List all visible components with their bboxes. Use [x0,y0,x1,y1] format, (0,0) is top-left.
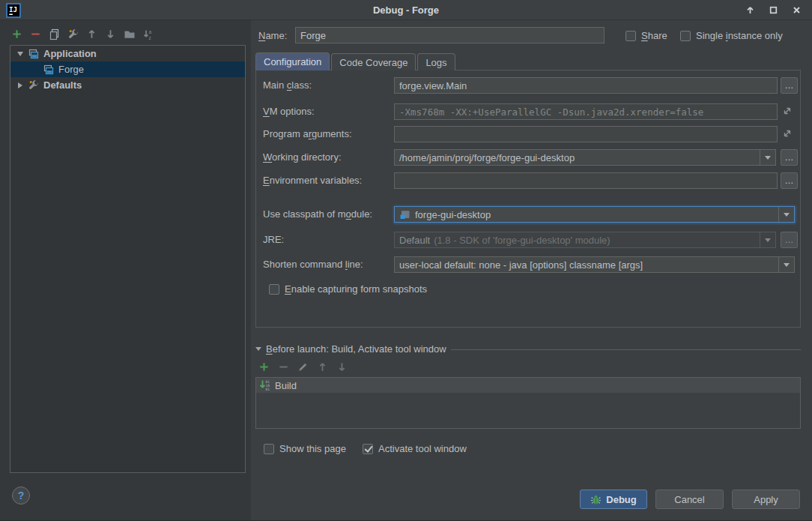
move-up-icon[interactable] [85,28,98,40]
working-directory-label: Working directory: [263,149,342,166]
main-class-browse-button[interactable] [781,77,798,94]
activate-tool-window-checkbox[interactable] [363,444,373,454]
move-task-down-icon[interactable] [336,361,348,373]
enable-snapshots-label: Enable capturing form snapshots [285,283,427,295]
add-task-icon[interactable] [258,361,270,373]
classpath-module-combo[interactable]: forge-gui-desktop [394,206,795,223]
copy-configuration-icon[interactable] [48,28,61,40]
move-task-up-icon[interactable] [316,361,329,373]
before-launch-task-list: 011001 Build [255,377,801,429]
sort-alphabetically-icon[interactable]: az [142,28,154,40]
vm-options-field[interactable]: -Xms768m -XX:+UseParallelGC -Dsun.java2d… [394,103,778,120]
single-instance-option[interactable]: Single instance only [680,30,783,41]
apply-button-label: Apply [754,494,778,505]
name-input[interactable] [295,27,605,43]
classpath-module-value: forge-gui-desktop [415,209,491,220]
svg-text:z: z [148,34,151,40]
run-configurations-tree: Application Forge Defaults [10,45,246,473]
program-arguments-field[interactable] [394,126,778,142]
move-down-icon[interactable] [104,28,117,40]
tree-item-application-group[interactable]: Application [10,46,245,61]
application-icon [28,48,40,60]
chevron-down-icon[interactable] [760,150,775,165]
remove-configuration-icon[interactable] [29,28,42,40]
enable-snapshots-option[interactable]: Enable capturing form snapshots [269,283,427,295]
chevron-collapsed-icon[interactable] [16,82,24,88]
intellij-logo-icon: IJ [6,3,21,18]
cancel-button-label: Cancel [674,494,704,505]
share-label: Share [641,30,667,41]
shorten-command-line-combo[interactable]: user-local default: none - java [options… [394,256,795,273]
tab-label: Configuration [264,56,321,67]
working-directory-value: /home/jamin/proj/forge/forge-gui-desktop [399,152,575,163]
program-arguments-label: Program arguments: [263,126,352,142]
jre-browse-button[interactable] [781,232,798,248]
chevron-down-icon[interactable] [778,207,794,222]
help-question-icon: ? [18,490,25,502]
debug-configuration-dialog: IJ Debug - Forge [0,0,812,521]
main-class-label: Main class: [263,77,312,94]
enable-snapshots-checkbox[interactable] [269,284,279,295]
tree-item-forge[interactable]: Forge [10,61,245,77]
window-title: Debug - Forge [0,4,812,16]
main-class-value: forge.view.Main [399,80,467,91]
application-icon [43,64,55,76]
close-window-button[interactable] [788,2,805,19]
working-directory-browse-button[interactable] [781,149,798,166]
environment-variables-label: Environment variables: [263,172,362,189]
cancel-button[interactable]: Cancel [655,490,724,509]
classpath-module-label: Use classpath of module: [263,206,372,223]
task-label: Build [275,380,297,391]
share-option[interactable]: Share [625,30,667,41]
tree-item-label: Application [43,48,97,59]
shorten-command-line-label: Shorten command line: [263,256,363,273]
tree-toolbar: az [10,28,154,40]
tab-label: Code Coverage [339,57,407,68]
before-launch-header[interactable]: Before launch: Build, Activate tool wind… [255,343,801,355]
remove-task-icon[interactable] [277,361,290,373]
build-icon: 011001 [259,379,271,391]
run-config-sidebar: az Application Forge [0,20,251,521]
show-this-page-checkbox[interactable] [264,444,274,454]
vm-options-value: -Xms768m -XX:+UseParallelGC -Dsun.java2d… [399,106,703,118]
environment-variables-browse-button[interactable] [781,172,798,189]
svg-text:a: a [148,29,151,34]
main-class-field[interactable]: forge.view.Main [394,77,778,94]
jre-combo[interactable]: Default (1.8 - SDK of 'forge-gui-desktop… [394,232,776,248]
tree-item-defaults-group[interactable]: Defaults [10,77,245,93]
working-directory-combo[interactable]: /home/jamin/proj/forge/forge-gui-desktop [394,149,776,166]
task-item-build[interactable]: 011001 Build [256,378,800,393]
settings-tabs: Configuration Code Coverage Logs [255,52,457,70]
tab-label: Logs [425,57,446,68]
tab-logs[interactable]: Logs [417,53,455,70]
help-button[interactable]: ? [12,487,30,505]
tab-configuration[interactable]: Configuration [255,52,330,70]
chevron-down-icon[interactable] [760,232,775,247]
apply-button[interactable]: Apply [732,490,800,509]
shade-window-button[interactable] [742,2,758,19]
add-configuration-icon[interactable] [10,28,23,40]
separator-line [451,349,801,350]
tree-item-label: Defaults [43,79,82,91]
create-folder-icon[interactable] [123,28,136,40]
chevron-expanded-icon[interactable] [16,52,24,56]
activate-tool-window-option[interactable]: Activate tool window [363,443,467,454]
environment-variables-field[interactable] [394,172,778,189]
before-launch-toolbar [258,361,348,373]
chevron-down-icon[interactable] [778,257,794,272]
expand-editor-icon[interactable] [781,105,795,118]
debug-button[interactable]: Debug [580,490,647,509]
tab-code-coverage[interactable]: Code Coverage [331,53,416,70]
show-this-page-option[interactable]: Show this page [264,443,346,454]
tree-item-label: Forge [58,64,84,75]
edit-task-icon[interactable] [297,361,309,373]
chevron-expanded-icon[interactable] [255,347,261,351]
jre-value: Default [399,235,430,246]
share-checkbox[interactable] [625,31,636,41]
single-instance-checkbox[interactable] [680,31,691,41]
expand-editor-icon[interactable] [781,127,795,141]
name-label: Name: [258,30,287,41]
maximize-window-button[interactable] [765,2,781,19]
edit-defaults-icon[interactable] [67,28,79,40]
title-bar: IJ Debug - Forge [0,0,812,20]
